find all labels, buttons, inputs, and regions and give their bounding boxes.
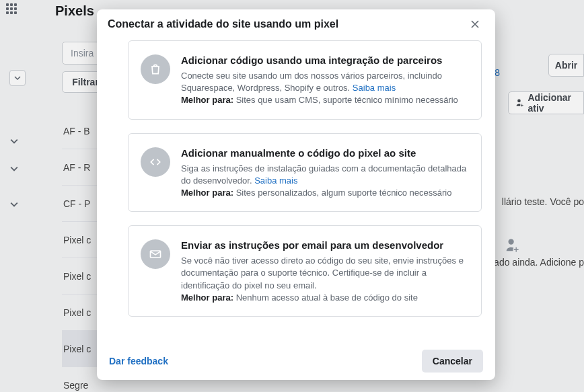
option-title: Enviar as instruções por email para um d… (181, 238, 468, 252)
code-icon (141, 147, 170, 177)
email-icon (141, 239, 170, 269)
best-for-text: Nenhum acesso atual à base de código do … (233, 292, 418, 303)
option-desc: Se você não tiver acesso direto ao códig… (181, 256, 464, 290)
option-text: Adicionar código usando uma integração d… (181, 53, 468, 107)
option-text: Enviar as instruções por email para um d… (181, 238, 468, 304)
option-manual-code[interactable]: Adicionar manualmente o código do pixel … (128, 133, 482, 212)
option-title: Adicionar código usando uma integração d… (181, 53, 468, 67)
modal-body: Adicionar código usando uma integração d… (97, 39, 495, 342)
option-partner-integration[interactable]: Adicionar código usando uma integração d… (128, 40, 482, 120)
best-for-label: Melhor para: (181, 292, 233, 303)
close-icon (470, 19, 480, 30)
option-desc: Conecte seu site usando um dos nossos vá… (181, 71, 442, 93)
connect-pixel-modal: Conectar a atividade do site usando um p… (97, 9, 495, 380)
cancel-button[interactable]: Cancelar (422, 350, 483, 373)
shopping-bag-icon (141, 54, 170, 84)
best-for-label: Melhor para: (181, 95, 233, 105)
learn-more-link[interactable]: Saiba mais (353, 83, 396, 93)
best-for-label: Melhor para: (181, 188, 233, 198)
option-email-developer[interactable]: Enviar as instruções por email para um d… (128, 225, 482, 317)
option-text: Adicionar manualmente o código do pixel … (181, 146, 468, 200)
feedback-link[interactable]: Dar feedback (109, 356, 168, 366)
option-title: Adicionar manualmente o código do pixel … (181, 146, 468, 160)
modal-header: Conectar a atividade do site usando um p… (97, 9, 495, 39)
learn-more-link[interactable]: Saiba mais (254, 175, 297, 186)
modal-footer: Dar feedback Cancelar (97, 342, 495, 380)
option-desc: Siga as instruções de instalação guiadas… (181, 163, 466, 186)
modal-title: Conectar a atividade do site usando um p… (108, 18, 338, 30)
best-for-text: Sites personalizados, algum suporte técn… (233, 188, 451, 198)
close-button[interactable] (466, 15, 484, 34)
best-for-text: Sites que usam CMS, suporte técnico míni… (233, 95, 458, 105)
